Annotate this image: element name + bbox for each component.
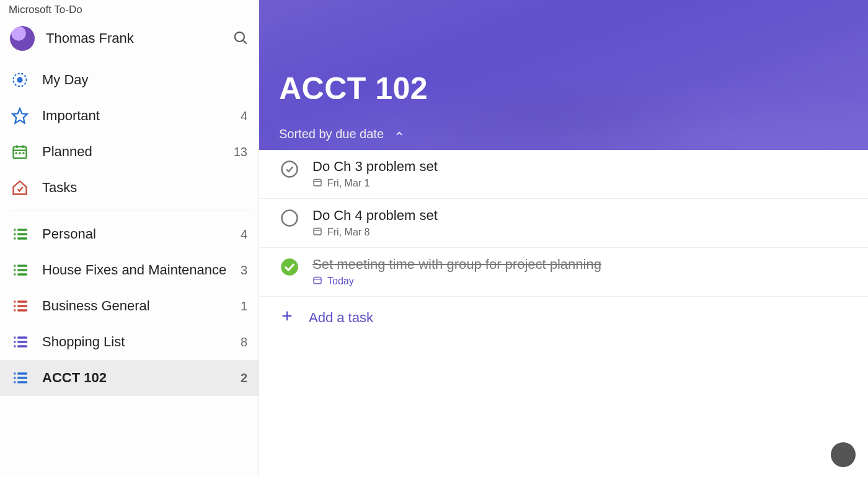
search-icon <box>232 30 249 46</box>
svg-point-45 <box>282 211 298 226</box>
sidebar-item-planned[interactable]: Planned 13 <box>0 134 259 170</box>
list-icon <box>11 369 29 387</box>
sidebar-item-label: Planned <box>42 144 234 160</box>
task-due-text: Today <box>327 276 354 287</box>
sidebar-item-house[interactable]: House Fixes and Maintenance 3 <box>0 252 259 288</box>
calendar-icon <box>11 143 29 160</box>
calendar-mini-icon <box>312 275 322 287</box>
sidebar-item-acct102[interactable]: ACCT 102 2 <box>0 360 259 396</box>
svg-point-42 <box>282 162 298 177</box>
sidebar-item-tasks[interactable]: Tasks <box>0 170 259 206</box>
task-due: Fri, Mar 1 <box>312 177 438 190</box>
sidebar-item-count: 8 <box>241 335 247 349</box>
list-icon <box>11 297 29 315</box>
list-title: ACCT 102 <box>279 71 848 107</box>
custom-lists: Personal 4 House Fixes and Maintenance 3… <box>0 216 259 396</box>
task-title: Do Ch 3 problem set <box>312 159 438 175</box>
profile-name: Thomas Frank <box>46 30 232 46</box>
calendar-mini-icon <box>312 177 322 190</box>
task-title: Set meeting time with group for project … <box>312 256 601 273</box>
sidebar: Microsoft To-Do Thomas Frank My Day Impo… <box>0 0 259 477</box>
plus-icon <box>280 309 294 326</box>
app-title: Microsoft To-Do <box>0 0 259 17</box>
svg-rect-43 <box>314 179 321 186</box>
svg-point-48 <box>281 258 298 276</box>
add-task-row[interactable]: Add a task <box>259 297 868 339</box>
profile-row[interactable]: Thomas Frank <box>0 17 259 62</box>
sun-icon <box>11 71 29 89</box>
list-icon <box>11 261 29 279</box>
task-body: Set meeting time with group for project … <box>312 256 601 287</box>
sidebar-item-label: Shopping List <box>42 334 241 350</box>
task-list: Do Ch 3 problem set Fri, Mar 1 Do Ch 4 p… <box>259 150 868 477</box>
star-icon <box>11 107 29 125</box>
task-due-text: Fri, Mar 8 <box>327 227 370 238</box>
task-checkbox[interactable] <box>280 209 299 227</box>
smart-lists: My Day Important 4 Planned 13 Tasks <box>0 62 259 206</box>
sidebar-item-myday[interactable]: My Day <box>0 62 259 98</box>
list-icon <box>11 225 29 243</box>
chevron-up-icon <box>395 129 404 138</box>
sidebar-item-count: 13 <box>234 145 247 159</box>
task-row[interactable]: Do Ch 4 problem set Fri, Mar 8 <box>259 199 868 248</box>
task-row[interactable]: Set meeting time with group for project … <box>259 248 868 297</box>
task-body: Do Ch 3 problem set Fri, Mar 1 <box>312 159 438 190</box>
sidebar-item-label: My Day <box>42 72 247 88</box>
task-title: Do Ch 4 problem set <box>312 208 438 224</box>
sort-bar[interactable]: Sorted by due date <box>279 118 848 150</box>
svg-line-1 <box>243 40 246 43</box>
sidebar-item-important[interactable]: Important 4 <box>0 98 259 134</box>
svg-rect-46 <box>314 228 321 235</box>
search-button[interactable] <box>232 30 249 48</box>
list-icon <box>11 333 29 351</box>
sidebar-item-label: Important <box>42 108 241 124</box>
svg-point-2 <box>17 77 22 82</box>
sidebar-item-count: 2 <box>241 371 247 385</box>
svg-point-0 <box>235 32 244 41</box>
main-panel: ACCT 102 Sorted by due date Do Ch 3 prob… <box>259 0 868 477</box>
svg-marker-4 <box>12 108 27 123</box>
task-body: Do Ch 4 problem set Fri, Mar 8 <box>312 208 438 239</box>
sidebar-divider <box>10 211 249 211</box>
avatar[interactable] <box>10 26 35 51</box>
sidebar-item-count: 4 <box>241 109 247 123</box>
sort-label: Sorted by due date <box>279 127 384 141</box>
sidebar-item-label: Tasks <box>42 180 247 196</box>
sidebar-item-shopping[interactable]: Shopping List 8 <box>0 324 259 360</box>
calendar-mini-icon <box>312 226 322 239</box>
task-due-text: Fri, Mar 1 <box>327 178 370 189</box>
sidebar-item-label: Personal <box>42 226 241 242</box>
task-checkbox[interactable] <box>280 160 299 178</box>
sidebar-item-count: 1 <box>241 299 247 313</box>
task-due: Fri, Mar 8 <box>312 226 438 239</box>
corner-avatar[interactable] <box>831 442 856 467</box>
svg-rect-49 <box>314 277 321 284</box>
sidebar-item-business[interactable]: Business General 1 <box>0 288 259 324</box>
sidebar-item-personal[interactable]: Personal 4 <box>0 216 259 252</box>
sidebar-item-count: 4 <box>241 227 247 242</box>
task-row[interactable]: Do Ch 3 problem set Fri, Mar 1 <box>259 150 868 199</box>
sidebar-item-label: House Fixes and Maintenance <box>42 262 241 278</box>
home-check-icon <box>11 179 29 196</box>
sidebar-item-label: Business General <box>42 298 241 314</box>
sidebar-item-label: ACCT 102 <box>42 370 241 386</box>
sidebar-item-count: 3 <box>241 263 247 278</box>
task-due: Today <box>312 275 601 287</box>
list-header: ACCT 102 Sorted by due date <box>259 0 868 150</box>
add-task-label: Add a task <box>309 310 373 326</box>
task-checkbox[interactable] <box>280 258 299 276</box>
